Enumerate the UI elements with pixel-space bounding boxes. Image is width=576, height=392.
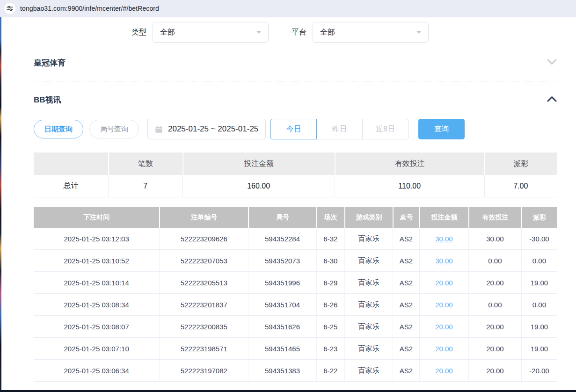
bet-record-table: 下注时间注单编号局号场次游戏类别桌号投注金额有效投注派彩 2025-01-25 … — [34, 207, 557, 382]
section-crown-sports[interactable]: 皇冠体育 — [34, 52, 557, 73]
yesterday-button[interactable]: 昨日 — [316, 119, 363, 139]
round-no-cell: 594351383 — [248, 360, 316, 381]
game-type-cell: 百家乐 — [344, 250, 393, 271]
detail-header-game-type-cell: 游戏类别 — [344, 207, 393, 228]
valid-bet-cell: 20.00 — [468, 338, 521, 359]
valid-bet-cell: 20.00 — [468, 360, 521, 381]
summary-total-row: 总计 7 160.00 110.00 7.00 — [34, 175, 557, 197]
platform-select[interactable]: 全部 — [313, 22, 429, 43]
game-type-cell: 百家乐 — [344, 338, 393, 359]
table-row: 2025-01-25 03:10:14522223205513594351996… — [34, 272, 557, 294]
table-row: 2025-01-25 03:07:10522223198571594351465… — [34, 338, 557, 360]
detail-header-table-no-cell: 桌号 — [393, 207, 419, 228]
date-query-button[interactable]: 日期查询 — [34, 120, 83, 138]
platform-filter-label: 平台 — [292, 28, 306, 37]
round-no-cell: 594351996 — [248, 272, 316, 293]
bet-amount-link[interactable]: 20.00 — [435, 301, 453, 309]
table-no-cell: AS2 — [393, 338, 419, 359]
summary-header-payout: 派彩 — [484, 152, 557, 175]
detail-header-row: 下注时间注单编号局号场次游戏类别桌号投注金额有效投注派彩 — [34, 207, 557, 228]
chevron-up-icon[interactable] — [547, 95, 557, 104]
payout-cell: -30.00 — [521, 228, 557, 249]
round-query-button[interactable]: 局号查询 — [89, 120, 139, 138]
payout-cell: 19.00 — [521, 316, 557, 337]
address-bar[interactable]: tongbao31.com:9900/infe/mcenter/#/betRec… — [0, 0, 576, 17]
payout-cell: 0.00 — [521, 294, 557, 315]
date-range-value: 2025-01-25 ~ 2025-01-25 — [168, 124, 258, 134]
session-cell: 6-23 — [316, 338, 344, 359]
url-text[interactable]: tongbao31.com:9900/infe/mcenter/#/betRec… — [20, 5, 159, 12]
valid-bet-cell: 20.00 — [468, 272, 521, 293]
summary-header-bet-amount: 投注金额 — [182, 152, 335, 175]
payout-cell: 19.00 — [521, 272, 557, 293]
summary-bet-amount-value: 160.00 — [182, 175, 335, 197]
site-settings-icon[interactable] — [4, 3, 15, 14]
table-row: 2025-01-25 03:12:03522223209626594352284… — [34, 228, 557, 250]
bet-time-cell: 2025-01-25 03:10:52 — [34, 250, 159, 271]
bet-time-cell: 2025-01-25 03:08:34 — [34, 294, 159, 315]
detail-header-valid-bet-cell: 有效投注 — [468, 207, 521, 228]
bet-amount-link[interactable]: 30.00 — [435, 257, 453, 265]
summary-header-valid-bet: 有效投注 — [335, 152, 484, 175]
summary-count-value: 7 — [108, 175, 182, 197]
chevron-down-icon[interactable] — [547, 58, 557, 67]
today-button[interactable]: 今日 — [270, 119, 317, 139]
section-title: BB视讯 — [34, 94, 61, 105]
bet-amount-link[interactable]: 20.00 — [435, 279, 453, 287]
session-cell: 6-22 — [316, 360, 344, 381]
bet-time-cell: 2025-01-25 03:10:14 — [34, 272, 159, 293]
type-filter-label: 类型 — [131, 28, 146, 37]
bet-amount-link[interactable]: 20.00 — [435, 367, 453, 375]
bet-amount-link[interactable]: 20.00 — [435, 345, 453, 353]
chevron-down-icon — [416, 31, 421, 34]
detail-header-bet-time-cell: 下注时间 — [34, 207, 159, 228]
session-cell: 6-25 — [316, 316, 344, 337]
summary-header-row: 笔数 投注金额 有效投注 派彩 — [34, 152, 557, 175]
type-select[interactable]: 全部 — [153, 22, 269, 43]
last-8-days-button[interactable]: 近8日 — [362, 119, 408, 139]
session-cell: 6-26 — [316, 294, 344, 315]
date-range-picker[interactable]: 2025-01-25 ~ 2025-01-25 — [147, 119, 266, 139]
window-edge-strip — [0, 17, 1, 390]
detail-header-bet-no-cell: 注单编号 — [159, 207, 248, 228]
game-type-cell: 百家乐 — [344, 294, 393, 315]
table-no-cell: AS2 — [393, 228, 419, 249]
valid-bet-cell: 0.00 — [468, 250, 521, 271]
summary-payout-value: 7.00 — [484, 175, 557, 197]
quick-range-group: 今日 昨日 近8日 — [270, 119, 408, 139]
valid-bet-cell: 30.00 — [468, 228, 521, 249]
detail-header-payout-cell: 派彩 — [521, 207, 557, 228]
search-button[interactable]: 查询 — [418, 119, 465, 139]
round-no-cell: 594351626 — [248, 316, 316, 337]
section-divider — [34, 81, 557, 81]
valid-bet-cell: 0.00 — [468, 294, 521, 315]
summary-total-label: 总计 — [34, 175, 108, 197]
bet-record-page: 类型 全部 平台 全部 皇冠体育 BB视讯 日期查询 局号 — [0, 22, 576, 382]
bet-amount-cell: 20.00 — [419, 294, 468, 315]
summary-table: 笔数 投注金额 有效投注 派彩 总计 7 160.00 110.00 7.00 — [34, 152, 557, 197]
bet-amount-link[interactable]: 30.00 — [435, 235, 453, 243]
bet-no-cell: 522223209626 — [159, 228, 248, 249]
valid-bet-cell: 20.00 — [468, 316, 521, 337]
filter-row: 类型 全部 平台 全部 — [34, 22, 557, 43]
type-select-value: 全部 — [160, 28, 256, 37]
platform-select-value: 全部 — [320, 28, 416, 37]
bet-time-cell: 2025-01-25 03:06:34 — [34, 360, 159, 381]
window-bottom-edge — [0, 390, 576, 392]
section-bb-video[interactable]: BB视讯 — [34, 89, 557, 110]
table-row: 2025-01-25 03:08:07522223200835594351626… — [34, 316, 557, 338]
table-row: 2025-01-25 03:08:34522223201837594351704… — [34, 294, 557, 316]
detail-header-bet-amount-cell: 投注金额 — [419, 207, 468, 228]
table-row: 2025-01-25 03:10:52522223207053594352073… — [34, 250, 557, 272]
query-controls: 日期查询 局号查询 2025-01-25 ~ 2025-01-25 今日 昨日 … — [34, 119, 557, 139]
session-cell: 6-29 — [316, 272, 344, 293]
bet-no-cell: 522223198571 — [159, 338, 248, 359]
game-type-cell: 百家乐 — [344, 228, 393, 249]
payout-cell: 19.00 — [521, 338, 557, 359]
section-title: 皇冠体育 — [34, 58, 66, 68]
payout-cell: 0.00 — [521, 250, 557, 271]
round-no-cell: 594352284 — [248, 228, 316, 249]
detail-header-session-cell: 场次 — [316, 207, 344, 228]
bet-amount-link[interactable]: 20.00 — [435, 323, 453, 331]
bet-no-cell: 522223197082 — [159, 360, 248, 381]
